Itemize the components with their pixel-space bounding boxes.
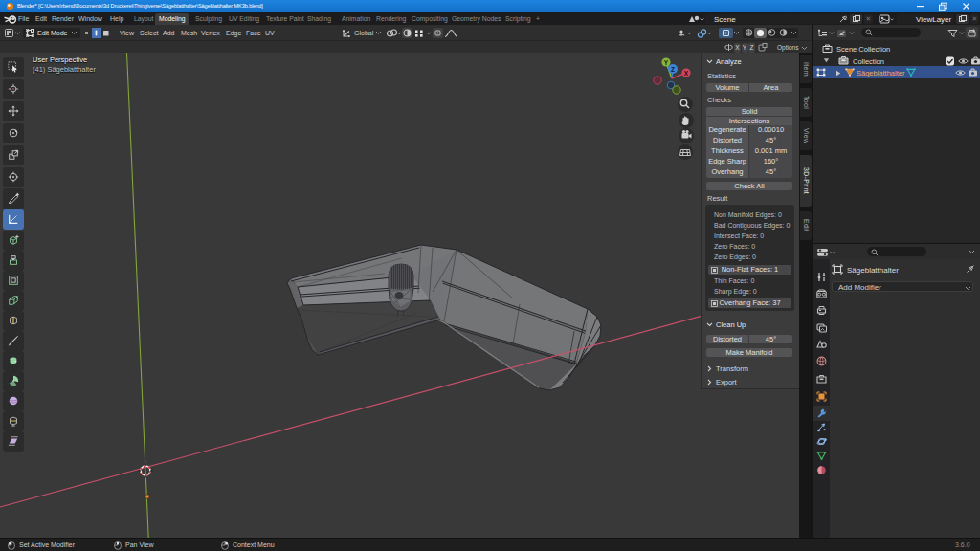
svg-text:Z: Z — [671, 66, 675, 73]
svg-text:X: X — [684, 70, 689, 77]
svg-text:Y: Y — [664, 59, 669, 66]
